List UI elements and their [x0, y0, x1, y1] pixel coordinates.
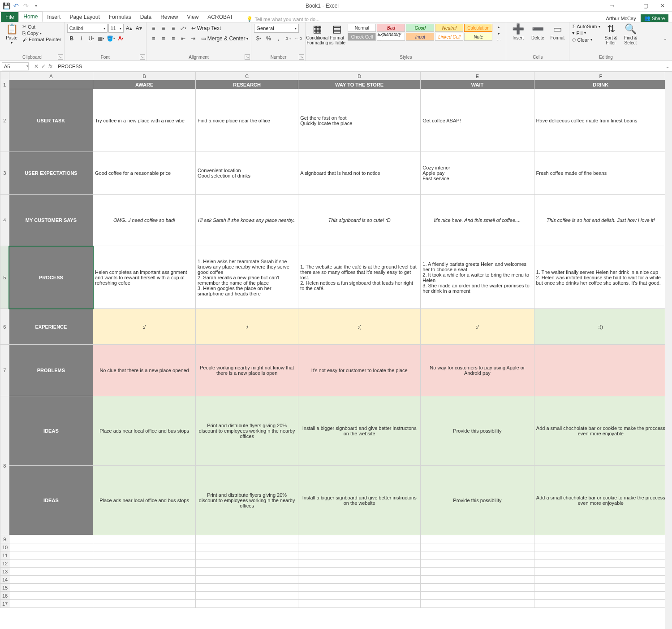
cell[interactable]: :/	[93, 309, 196, 345]
cell[interactable]: It's nice here. And this smell of coffee…	[421, 195, 534, 246]
undo-icon[interactable]: ↶	[13, 2, 20, 9]
qat-customize-icon[interactable]: ▾	[32, 2, 39, 9]
row-header[interactable]: 7	[0, 345, 9, 396]
align-right-button[interactable]: ≡	[169, 34, 178, 43]
grow-font-button[interactable]: A▴	[125, 24, 134, 33]
sort-filter-button[interactable]: ⇅Sort & Filter	[602, 24, 620, 45]
tab-review[interactable]: Review	[156, 12, 182, 22]
row-header[interactable]: 5	[0, 246, 9, 309]
cell[interactable]: Have deliceous coffee made from finest b…	[534, 89, 665, 152]
row-header[interactable]: 4	[0, 195, 9, 246]
tab-formulas[interactable]: Formulas	[104, 12, 136, 22]
tab-insert[interactable]: Insert	[43, 12, 65, 22]
close-icon[interactable]: ✕	[656, 3, 669, 9]
decrease-decimal-button[interactable]: ←.0	[293, 34, 302, 43]
cell[interactable]: No way for customers to pay using Apple …	[421, 345, 534, 396]
copy-button[interactable]: ⎘Copy▾	[22, 30, 61, 36]
increase-decimal-button[interactable]: .0→	[284, 34, 293, 43]
format-painter-button[interactable]: 🖌Format Painter	[22, 37, 61, 42]
cell[interactable]	[93, 576, 196, 584]
cell[interactable]: IDEAS	[9, 396, 93, 466]
collapse-ribbon-icon[interactable]: ˆ	[659, 22, 672, 61]
cell[interactable]	[196, 535, 298, 543]
cell[interactable]	[93, 592, 196, 600]
style-neutral[interactable]: Neutral	[435, 24, 463, 32]
cell[interactable]	[534, 551, 665, 560]
cell[interactable]	[196, 600, 298, 608]
find-select-button[interactable]: 🔍Find & Select	[622, 24, 640, 45]
cell[interactable]	[196, 584, 298, 592]
cell[interactable]: 1. A friendly barista greets Helen and w…	[421, 246, 534, 309]
cell[interactable]	[9, 543, 93, 551]
cell[interactable]	[534, 535, 665, 543]
cell[interactable]	[298, 543, 421, 551]
tab-acrobat[interactable]: ACROBAT	[203, 12, 237, 22]
cell[interactable]: 1. The website said the café is at the g…	[298, 246, 421, 309]
cell[interactable]: :))	[534, 309, 665, 345]
minimize-icon[interactable]: —	[622, 3, 635, 9]
name-box[interactable]: A5▾	[2, 62, 29, 70]
tab-view[interactable]: View	[183, 12, 203, 22]
cell[interactable]	[421, 592, 534, 600]
user-name[interactable]: Arthur McCay	[606, 16, 636, 21]
cell[interactable]: Helen completes an important assignment …	[93, 246, 196, 309]
select-all-button[interactable]	[0, 72, 9, 80]
row-header[interactable]: 3	[0, 152, 9, 195]
bold-button[interactable]: B	[67, 34, 76, 43]
cell[interactable]: Convenient location Good selection of dr…	[196, 152, 298, 195]
cell[interactable]: USER EXPECTATIONS	[9, 152, 93, 195]
row-header[interactable]: 11	[0, 551, 9, 560]
align-bottom-button[interactable]: ≡	[169, 24, 178, 33]
cell[interactable]	[93, 584, 196, 592]
cell[interactable]	[9, 568, 93, 576]
cell[interactable]: Print and distribute flyers giving 20% d…	[196, 396, 298, 466]
cell[interactable]: It's not easy for customer to locate the…	[298, 345, 421, 396]
cell[interactable]	[534, 345, 665, 396]
cell[interactable]: Place ads near local office and bus stop…	[93, 396, 196, 466]
col-header-A[interactable]: A	[9, 72, 93, 80]
cell[interactable]: 1. The waiter finally serves Helen her d…	[534, 246, 665, 309]
tab-file[interactable]: File	[1, 12, 18, 22]
italic-button[interactable]: I	[77, 34, 86, 43]
save-icon[interactable]: 💾	[3, 2, 10, 9]
cell[interactable]	[298, 600, 421, 608]
maximize-icon[interactable]: ▢	[639, 3, 652, 9]
row-header[interactable]: 12	[0, 560, 9, 568]
cell[interactable]: 1. Helen asks her teammate Sarah if she …	[196, 246, 298, 309]
align-left-button[interactable]: ≡	[149, 34, 158, 43]
cell[interactable]: IDEAS	[9, 466, 93, 535]
formula-input[interactable]: PROCESS	[56, 64, 663, 69]
tell-me-search[interactable]: 💡Tell me what you want to do...	[237, 16, 606, 22]
cell[interactable]	[298, 560, 421, 568]
cell[interactable]	[93, 551, 196, 560]
styles-more-icon[interactable]: ⋯	[494, 37, 503, 43]
expand-formula-icon[interactable]: ⌄	[663, 63, 672, 69]
cell[interactable]: This coffee is so hot and delish. Just h…	[534, 195, 665, 246]
cell[interactable]	[534, 543, 665, 551]
cell[interactable]	[196, 560, 298, 568]
cell[interactable]: Cozy interior Apple pay Fast service	[421, 152, 534, 195]
cell[interactable]	[421, 535, 534, 543]
percent-button[interactable]: %	[264, 34, 273, 43]
row-header[interactable]: 1	[0, 80, 9, 89]
cell[interactable]	[9, 560, 93, 568]
cell[interactable]: AWARE	[93, 80, 196, 89]
worksheet[interactable]: A B C D E F 1 AWARE RESEARCH WAY TO THE …	[0, 72, 665, 629]
cell[interactable]: USER TASK	[9, 89, 93, 152]
cell[interactable]	[534, 560, 665, 568]
cell[interactable]	[196, 592, 298, 600]
col-header-B[interactable]: B	[93, 72, 196, 80]
cell[interactable]: Get coffee ASAP!	[421, 89, 534, 152]
row-header[interactable]: 17	[0, 600, 9, 608]
style-note[interactable]: Note	[464, 33, 492, 41]
row-header[interactable]: 16	[0, 592, 9, 600]
cell[interactable]: People working nearby might not know tha…	[196, 345, 298, 396]
tab-home[interactable]: Home	[18, 11, 43, 22]
ribbon-options-icon[interactable]: ▭	[605, 3, 618, 9]
cell[interactable]	[421, 568, 534, 576]
cell-styles-gallery[interactable]: Normal Bad Good Neutral Calculation Chec…	[348, 24, 492, 41]
cell[interactable]: OMG...I need coffee so bad!	[93, 195, 196, 246]
cell[interactable]	[9, 80, 93, 89]
row-header[interactable]: 15	[0, 584, 9, 592]
style-good[interactable]: Good	[406, 24, 434, 32]
